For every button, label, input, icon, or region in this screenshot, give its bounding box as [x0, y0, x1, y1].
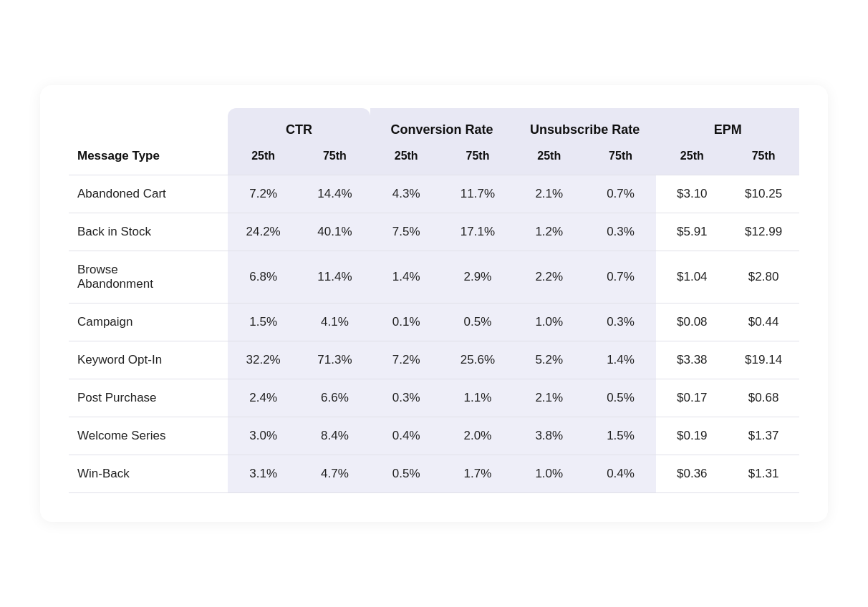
- empty-header: [69, 108, 228, 143]
- ctr-25th-header: 25th: [228, 143, 299, 175]
- table-row: Browse Abandonment6.8%11.4%1.4%2.9%2.2%0…: [69, 251, 799, 304]
- data-cell: 11.4%: [299, 251, 371, 304]
- data-cell: 1.4%: [585, 341, 657, 379]
- data-cell: 40.1%: [299, 213, 371, 251]
- data-cell: $0.36: [656, 455, 728, 493]
- message-type-cell: Post Purchase: [69, 379, 228, 417]
- data-cell: 5.2%: [513, 341, 585, 379]
- message-type-cell: Abandoned Cart: [69, 175, 228, 213]
- message-type-cell: Welcome Series: [69, 417, 228, 455]
- unsub-75th-header: 75th: [585, 143, 657, 175]
- data-cell: 17.1%: [442, 213, 513, 251]
- data-cell: 6.6%: [299, 379, 371, 417]
- data-cell: $1.04: [656, 251, 728, 304]
- ctr-group-header: CTR: [228, 108, 371, 143]
- conversion-rate-group-header: Conversion Rate: [370, 108, 513, 143]
- data-cell: 0.5%: [442, 304, 513, 341]
- data-cell: $0.68: [728, 379, 799, 417]
- data-cell: $3.10: [656, 175, 728, 213]
- data-cell: 1.5%: [585, 417, 657, 455]
- data-cell: $1.31: [728, 455, 799, 493]
- message-type-cell: Campaign: [69, 304, 228, 341]
- data-cell: 1.7%: [442, 455, 513, 493]
- data-cell: 0.7%: [585, 251, 657, 304]
- conv-75th-header: 75th: [442, 143, 513, 175]
- table-row: Campaign1.5%4.1%0.1%0.5%1.0%0.3%$0.08$0.…: [69, 304, 799, 341]
- data-cell: 1.2%: [513, 213, 585, 251]
- epm-group-header: EPM: [656, 108, 799, 143]
- data-cell: $0.17: [656, 379, 728, 417]
- data-cell: $5.91: [656, 213, 728, 251]
- data-cell: $2.80: [728, 251, 799, 304]
- data-cell: 2.0%: [442, 417, 513, 455]
- data-cell: 2.2%: [513, 251, 585, 304]
- data-cell: 0.3%: [585, 213, 657, 251]
- data-cell: 4.7%: [299, 455, 371, 493]
- data-cell: $0.44: [728, 304, 799, 341]
- data-cell: 0.5%: [585, 379, 657, 417]
- epm-75th-header: 75th: [728, 143, 799, 175]
- table-row: Keyword Opt-In32.2%71.3%7.2%25.6%5.2%1.4…: [69, 341, 799, 379]
- table-row: Post Purchase2.4%6.6%0.3%1.1%2.1%0.5%$0.…: [69, 379, 799, 417]
- data-cell: $10.25: [728, 175, 799, 213]
- subheader-row: Message Type 25th 75th 25th 75th 25th 75…: [69, 143, 799, 175]
- data-cell: 7.5%: [370, 213, 442, 251]
- data-cell: 0.3%: [585, 304, 657, 341]
- data-cell: 3.8%: [513, 417, 585, 455]
- data-cell: 11.7%: [442, 175, 513, 213]
- data-cell: 0.4%: [370, 417, 442, 455]
- data-cell: $19.14: [728, 341, 799, 379]
- message-type-header: Message Type: [69, 143, 228, 175]
- data-cell: $12.99: [728, 213, 799, 251]
- data-cell: $0.19: [656, 417, 728, 455]
- data-cell: 2.4%: [228, 379, 299, 417]
- table-row: Abandoned Cart7.2%14.4%4.3%11.7%2.1%0.7%…: [69, 175, 799, 213]
- message-type-cell: Win-Back: [69, 455, 228, 493]
- data-cell: 25.6%: [442, 341, 513, 379]
- data-cell: 0.7%: [585, 175, 657, 213]
- data-cell: $0.08: [656, 304, 728, 341]
- data-cell: 2.1%: [513, 379, 585, 417]
- data-cell: 1.0%: [513, 455, 585, 493]
- data-cell: 0.4%: [585, 455, 657, 493]
- table-container: CTR Conversion Rate Unsubscribe Rate EPM…: [40, 85, 828, 522]
- message-type-cell: Back in Stock: [69, 213, 228, 251]
- ctr-75th-header: 75th: [299, 143, 371, 175]
- data-cell: 1.1%: [442, 379, 513, 417]
- unsub-25th-header: 25th: [513, 143, 585, 175]
- unsubscribe-rate-group-header: Unsubscribe Rate: [513, 108, 657, 143]
- data-cell: 0.1%: [370, 304, 442, 341]
- data-cell: 32.2%: [228, 341, 299, 379]
- data-cell: 1.4%: [370, 251, 442, 304]
- data-cell: 3.0%: [228, 417, 299, 455]
- table-row: Welcome Series3.0%8.4%0.4%2.0%3.8%1.5%$0…: [69, 417, 799, 455]
- data-cell: 14.4%: [299, 175, 371, 213]
- message-type-cell: Keyword Opt-In: [69, 341, 228, 379]
- data-cell: 71.3%: [299, 341, 371, 379]
- data-cell: $1.37: [728, 417, 799, 455]
- epm-25th-header: 25th: [656, 143, 728, 175]
- benchmark-table: CTR Conversion Rate Unsubscribe Rate EPM…: [69, 108, 799, 493]
- data-cell: 1.0%: [513, 304, 585, 341]
- data-cell: 8.4%: [299, 417, 371, 455]
- data-cell: 0.5%: [370, 455, 442, 493]
- data-cell: 1.5%: [228, 304, 299, 341]
- data-cell: 4.1%: [299, 304, 371, 341]
- data-cell: 0.3%: [370, 379, 442, 417]
- data-cell: 7.2%: [370, 341, 442, 379]
- data-cell: 7.2%: [228, 175, 299, 213]
- message-type-cell: Browse Abandonment: [69, 251, 228, 304]
- data-cell: 3.1%: [228, 455, 299, 493]
- table-row: Back in Stock24.2%40.1%7.5%17.1%1.2%0.3%…: [69, 213, 799, 251]
- data-cell: 4.3%: [370, 175, 442, 213]
- conv-25th-header: 25th: [370, 143, 442, 175]
- table-row: Win-Back3.1%4.7%0.5%1.7%1.0%0.4%$0.36$1.…: [69, 455, 799, 493]
- data-cell: 2.1%: [513, 175, 585, 213]
- header-group-row: CTR Conversion Rate Unsubscribe Rate EPM: [69, 108, 799, 143]
- data-cell: 24.2%: [228, 213, 299, 251]
- data-cell: 6.8%: [228, 251, 299, 304]
- data-cell: $3.38: [656, 341, 728, 379]
- data-cell: 2.9%: [442, 251, 513, 304]
